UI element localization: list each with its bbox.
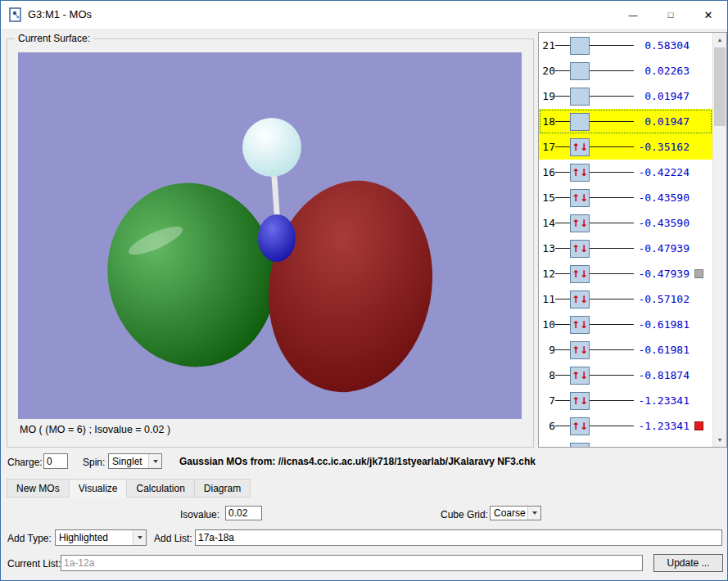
mo-row-17[interactable]: 17↑↓-0.35162 [539, 134, 712, 160]
mo-level-box[interactable]: ↑↓ [570, 290, 590, 309]
window-controls: — □ ✕ [614, 1, 727, 29]
mo-level-box[interactable]: ↑↓ [570, 214, 590, 232]
mo-level-line [590, 223, 634, 223]
current-list-input[interactable] [61, 555, 643, 571]
add-type-select[interactable]: Highlighted [55, 529, 147, 546]
mo-level-line [590, 146, 634, 147]
mo-energy-value: -1.23341 [634, 420, 690, 432]
mo-row-19[interactable]: 190.01947 [539, 83, 712, 109]
chevron-down-icon [532, 511, 537, 515]
mo-level-line [590, 45, 634, 46]
mo-number: 16 [539, 166, 555, 178]
tab-diagram[interactable]: Diagram [195, 479, 251, 498]
mo-row-6[interactable]: 6↑↓-1.23341 [539, 413, 712, 439]
spin-up-icon: ↑ [572, 421, 580, 431]
cube-grid-select[interactable]: Coarse [490, 506, 541, 520]
mo-level-box[interactable] [570, 88, 590, 106]
mo-number: 19 [539, 90, 555, 102]
mo-level-box[interactable]: ↑↓ [570, 341, 590, 359]
update-button[interactable]: Update ... [653, 554, 723, 572]
mo-row-7[interactable]: 7↑↓-1.23341 [539, 388, 712, 413]
mo-level-box[interactable]: ↑↓ [570, 367, 590, 385]
spin-selected-value: Singlet [109, 454, 148, 468]
mo-level-line [590, 375, 634, 376]
mo-energy-value: -0.43590 [634, 191, 690, 204]
mo-level-line [590, 400, 634, 401]
tab-new-mos[interactable]: New MOs [7, 479, 70, 498]
spin-up-icon: ↑ [572, 193, 580, 203]
scroll-up-icon[interactable]: ▲ [713, 33, 726, 47]
mo-surface-marker [694, 269, 703, 278]
mo-row-5[interactable]: 5↑↓-1.95020 [539, 439, 712, 447]
spin-up-icon: ↑ [572, 371, 580, 381]
add-list-input[interactable] [195, 529, 722, 546]
mo-row-8[interactable]: 8↑↓-0.81874 [539, 363, 712, 388]
mo-row-21[interactable]: 210.58304 [539, 33, 712, 58]
mo-level-box[interactable]: ↑↓ [570, 164, 590, 182]
cube-grid-dropdown-button[interactable] [527, 507, 540, 520]
isovalue-input[interactable] [225, 506, 262, 520]
mo-level-box[interactable]: ↑↓ [570, 265, 590, 283]
mo-level-line [555, 426, 570, 426]
cube-grid-selected-value: Coarse [491, 507, 527, 520]
mo-number: 20 [539, 65, 555, 77]
mo-row-14[interactable]: 14↑↓-0.43590 [539, 210, 712, 236]
tab-calculation[interactable]: Calculation [127, 479, 194, 498]
mo-row-10[interactable]: 10↑↓-0.61981 [539, 312, 712, 337]
mo-level-box[interactable]: ↑↓ [570, 316, 590, 334]
close-button[interactable]: ✕ [690, 1, 727, 29]
mo-row-18[interactable]: 180.01947 [539, 109, 712, 134]
spin-down-icon: ↓ [580, 193, 588, 203]
molecule-viewport[interactable] [18, 52, 522, 419]
mo-number: 21 [539, 39, 555, 52]
mo-level-box[interactable] [570, 113, 590, 131]
mo-level-box[interactable]: ↑↓ [570, 138, 590, 156]
spin-select[interactable]: Singlet [108, 453, 162, 469]
mo-level-box[interactable] [570, 37, 590, 55]
spin-up-icon: ↑ [572, 295, 580, 304]
mo-level-line [590, 121, 634, 122]
mo-level-box[interactable]: ↑↓ [570, 392, 590, 410]
mo-row-11[interactable]: 11↑↓-0.57102 [539, 286, 712, 312]
mo-level-box[interactable]: ↑↓ [570, 189, 590, 207]
mo-list-scrollbar[interactable]: ▲ ▼ [712, 33, 726, 447]
mo-level-line [590, 273, 634, 274]
tab-visualize[interactable]: Visualize [70, 479, 128, 498]
mo-energy-value: 0.01947 [634, 90, 690, 102]
spin-down-icon: ↓ [580, 345, 588, 355]
mo-level-box[interactable]: ↑↓ [570, 417, 590, 435]
spin-down-icon: ↓ [580, 447, 588, 448]
mo-level-box[interactable]: ↑↓ [570, 443, 590, 448]
spin-dropdown-button[interactable] [148, 454, 161, 468]
minimize-button[interactable]: — [614, 1, 652, 29]
mo-level-line [590, 197, 634, 198]
mo-number: 9 [539, 344, 555, 356]
top-atom [242, 118, 301, 177]
scroll-down-icon[interactable]: ▼ [713, 433, 726, 447]
mo-level-line [590, 248, 634, 249]
spin-up-icon: ↑ [572, 168, 580, 178]
add-type-dropdown-button[interactable] [133, 530, 146, 545]
mo-level-line [590, 70, 634, 71]
spin-down-icon: ↓ [580, 218, 588, 228]
current-surface-group: Current Surface: [7, 38, 534, 448]
scrollbar-thumb[interactable] [714, 47, 726, 126]
mo-row-9[interactable]: 9↑↓-0.61981 [539, 337, 712, 363]
maximize-button[interactable]: □ [652, 1, 690, 29]
mo-row-13[interactable]: 13↑↓-0.47939 [539, 236, 712, 261]
mo-panel: 210.58304200.02263190.01947180.0194717↑↓… [538, 32, 727, 448]
charge-input[interactable] [43, 453, 68, 469]
mo-row-20[interactable]: 200.02263 [539, 58, 712, 83]
mo-level-line [555, 197, 570, 198]
mo-row-16[interactable]: 16↑↓-0.42224 [539, 160, 712, 185]
mo-level-box[interactable]: ↑↓ [570, 240, 590, 258]
titlebar: G3:M1 - MOs — □ ✕ [1, 1, 727, 29]
spin-up-icon: ↑ [572, 447, 580, 448]
mo-level-box[interactable] [570, 62, 590, 80]
current-surface-label: Current Surface: [15, 33, 93, 44]
mo-row-15[interactable]: 15↑↓-0.43590 [539, 185, 712, 210]
mo-number: 17 [539, 141, 555, 153]
mo-row-12[interactable]: 12↑↓-0.47939 [539, 261, 712, 286]
mo-number: 10 [539, 318, 555, 331]
mo-level-line [555, 375, 570, 376]
